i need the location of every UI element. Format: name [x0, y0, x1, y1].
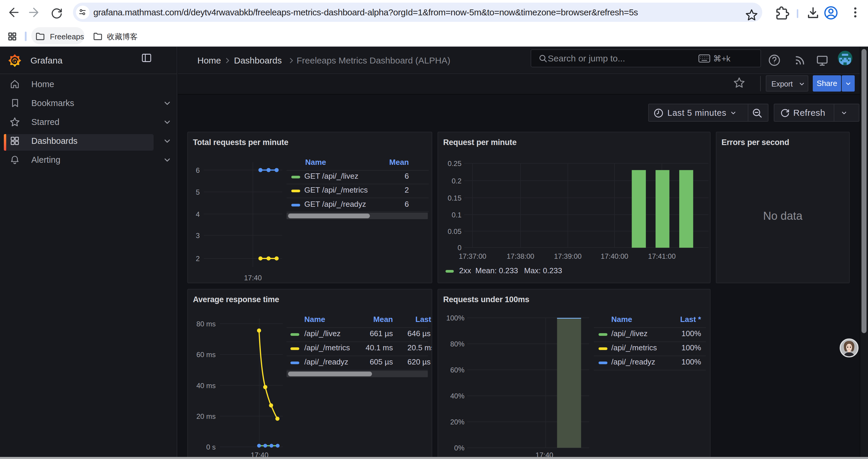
svg-text:6: 6: [196, 166, 200, 174]
svg-text:40%: 40%: [450, 392, 464, 400]
svg-text:0 s: 0 s: [206, 443, 216, 451]
svg-text:4: 4: [196, 210, 200, 218]
svg-text:17:37:00: 17:37:00: [459, 252, 486, 260]
svg-text:2: 2: [196, 255, 200, 263]
svg-text:17:39:00: 17:39:00: [554, 252, 582, 260]
svg-text:0%: 0%: [454, 444, 464, 452]
svg-text:5: 5: [196, 188, 200, 196]
svg-text:60%: 60%: [450, 366, 464, 374]
svg-text:0.2: 0.2: [452, 177, 462, 185]
svg-text:17:40:00: 17:40:00: [601, 252, 628, 260]
svg-text:20%: 20%: [450, 418, 464, 426]
svg-text:0.15: 0.15: [447, 194, 462, 202]
svg-text:100%: 100%: [446, 314, 464, 322]
svg-text:17:41:00: 17:41:00: [648, 252, 676, 260]
svg-text:60 ms: 60 ms: [196, 351, 216, 359]
svg-text:0.1: 0.1: [452, 211, 462, 219]
svg-text:3: 3: [196, 232, 200, 239]
svg-text:17:38:00: 17:38:00: [507, 252, 534, 260]
svg-text:80%: 80%: [450, 340, 464, 348]
svg-text:17:40: 17:40: [244, 274, 262, 282]
svg-text:20 ms: 20 ms: [196, 412, 216, 420]
svg-text:0.25: 0.25: [447, 160, 462, 167]
svg-text:0.05: 0.05: [447, 227, 462, 235]
svg-text:40 ms: 40 ms: [196, 382, 216, 390]
svg-text:0: 0: [458, 244, 462, 252]
svg-text:80 ms: 80 ms: [196, 320, 216, 328]
